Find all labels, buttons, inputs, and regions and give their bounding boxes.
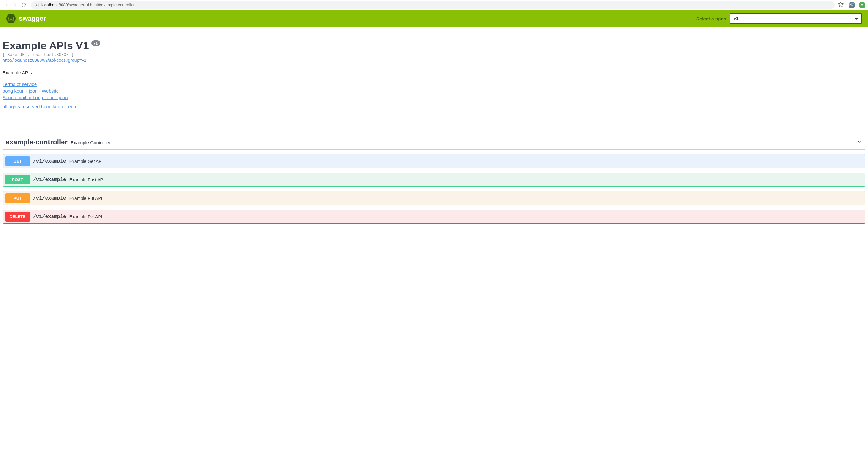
controller-description: Example Controller [71,140,111,145]
topbar-brand: {..} swagger [6,14,46,23]
operation-path: /v1/example [33,159,66,164]
controller-tag[interactable]: example-controller Example Controller [2,136,866,150]
operation-put[interactable]: PUT/v1/exampleExample Put API [2,191,866,205]
method-badge: GET [5,156,30,166]
method-badge: POST [5,175,30,185]
back-button[interactable] [4,2,9,7]
contact-email-link[interactable]: Send email to bong keun - jeon [2,95,866,100]
topbar-spec-selector: Select a spec v1 [696,13,862,24]
swagger-logo-icon: {..} [6,14,16,23]
operation-path: /v1/example [33,196,66,201]
operation-post[interactable]: POST/v1/exampleExample Post API [2,173,866,187]
select-spec-label: Select a spec [696,16,726,21]
swagger-topbar: {..} swagger Select a spec v1 [0,10,868,27]
base-url: [ Base URL: localhost:8080/ ] [2,53,866,57]
operation-summary: Example Put API [69,196,102,201]
api-info: Example APIs V1 v1 [ Base URL: localhost… [2,39,866,123]
terms-of-service-link[interactable]: Terms of service [2,81,866,87]
address-bar[interactable]: i localhost:8080/swagger-ui.html#/exampl… [31,1,835,9]
operation-path: /v1/example [33,177,66,182]
controller-section: example-controller Example Controller GE… [2,136,866,224]
operations-list: GET/v1/exampleExample Get APIPOST/v1/exa… [2,154,866,224]
api-docs-link[interactable]: http://localhost:8080/v2/api-docs?group=… [2,58,86,63]
api-title: Example APIs V1 v1 [2,39,866,52]
operation-get[interactable]: GET/v1/exampleExample Get API [2,154,866,168]
bookmark-star-icon[interactable] [838,2,843,8]
site-info-icon[interactable]: i [35,3,39,7]
extension-icon[interactable]: ✦ [859,2,866,8]
method-badge: PUT [5,193,30,203]
spec-select[interactable]: v1 [730,13,862,24]
operation-summary: Example Del API [69,214,102,219]
method-badge: DELETE [5,212,30,222]
version-badge: v1 [91,40,100,46]
reload-button[interactable] [21,2,26,7]
operation-path: /v1/example [33,214,66,220]
swagger-brand-text: swagger [19,14,46,23]
controller-name: example-controller [6,138,67,146]
profile-avatar[interactable]: 봉근 [848,2,856,8]
api-title-text: Example APIs V1 [2,39,89,52]
info-links: Terms of service bong keun - jeon - Webs… [2,81,866,109]
svg-marker-0 [838,2,843,6]
api-description: Example APIs... [2,70,866,75]
operation-summary: Example Get API [69,159,103,164]
nav-buttons [2,2,28,7]
operation-delete[interactable]: DELETE/v1/exampleExample Del API [2,209,866,224]
operation-summary: Example Post API [69,177,104,182]
license-link[interactable]: all rights reserved bong keun - jeon [2,104,866,109]
chevron-down-icon[interactable] [856,138,862,146]
contact-website-link[interactable]: bong keun - jeon - Website [2,88,866,94]
main-wrapper: Example APIs V1 v1 [ Base URL: localhost… [0,27,868,230]
url-text: localhost:8080/swagger-ui.html#/example-… [41,2,135,7]
browser-chrome: i localhost:8080/swagger-ui.html#/exampl… [0,0,868,10]
forward-button[interactable] [12,2,18,7]
